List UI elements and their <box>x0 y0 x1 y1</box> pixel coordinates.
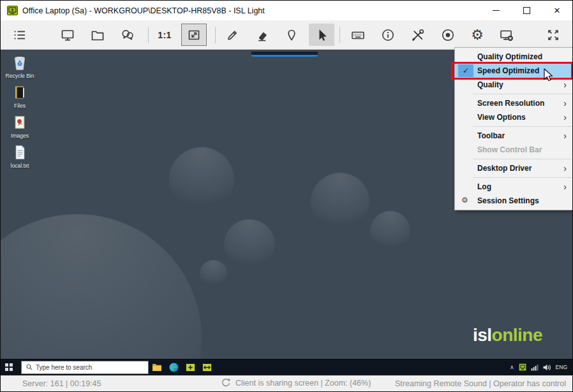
file-explorer-icon <box>152 363 162 372</box>
menu-separator <box>473 177 571 178</box>
logo-online-text: online <box>492 325 542 345</box>
recycle-bin-icon <box>11 54 29 71</box>
network-icon[interactable] <box>531 364 539 371</box>
images-folder-icon <box>11 113 29 131</box>
desktop-icon-recycle-bin[interactable]: Recycle Bin <box>1 54 38 79</box>
desktop-icon-label: Files <box>14 103 26 109</box>
start-button[interactable] <box>1 359 17 375</box>
menu-item-toolbar[interactable]: Toolbar › <box>455 129 572 143</box>
menu-item-screen-resolution[interactable]: Screen Resolution › <box>455 96 572 110</box>
minimize-button[interactable] <box>480 1 511 20</box>
menu-item-view-options[interactable]: View Options › <box>455 110 572 124</box>
menu-item-session-settings[interactable]: ⚙ Session Settings <box>455 194 572 208</box>
tools-icon <box>410 27 426 43</box>
taskbar-search[interactable] <box>21 361 149 374</box>
isl-arrows-icon <box>202 363 212 372</box>
wallpaper-sphere <box>200 260 227 287</box>
desktop-icon-local-txt[interactable]: local.txt <box>1 143 38 169</box>
system-tray: ∧ ENG <box>510 363 572 371</box>
taskbar-isl-session[interactable] <box>198 359 215 375</box>
speaker-icon[interactable] <box>543 364 551 371</box>
record-button[interactable] <box>435 24 461 46</box>
one-to-one-label: 1:1 <box>158 30 172 40</box>
isl-plus-icon <box>186 363 195 372</box>
one-to-one-button[interactable]: 1:1 <box>152 24 177 46</box>
desktop-icon-files[interactable]: Files <box>1 83 38 109</box>
desktop-icon-images[interactable]: Images <box>1 113 38 139</box>
remote-taskbar: ∧ ENG <box>1 359 572 375</box>
fullscreen-icon <box>546 27 561 43</box>
settings-gear-button[interactable]: ⚙ <box>465 24 490 46</box>
toolbar-separator <box>215 27 216 43</box>
monitor-close-icon <box>499 27 514 43</box>
info-icon <box>380 27 396 43</box>
tray-chevron-icon[interactable]: ∧ <box>510 364 514 370</box>
search-input[interactable] <box>36 364 148 371</box>
toolbar-separator <box>148 27 149 43</box>
taskbar-isl-light[interactable] <box>182 359 198 375</box>
session-list-button[interactable] <box>7 24 33 46</box>
submenu-arrow-icon: › <box>563 99 567 108</box>
menu-item-label: Quality Optimized <box>477 52 542 61</box>
menu-item-speed-optimized[interactable]: ✓ Speed Optimized <box>455 64 572 78</box>
menu-item-label: Screen Resolution <box>477 99 544 108</box>
sync-icon <box>221 378 231 388</box>
keyboard-icon <box>350 27 366 43</box>
desktop-icon-label: local.txt <box>11 163 29 169</box>
menu-item-label: Desktop Driver <box>477 164 532 173</box>
minimize-icon <box>493 10 500 11</box>
keyboard-button[interactable] <box>345 24 371 46</box>
wallpaper-sphere <box>169 147 234 212</box>
settings-dropdown-menu: Quality Optimized ✓ Speed Optimized Qual… <box>454 47 573 210</box>
pencil-icon <box>225 27 240 43</box>
mouse-cursor <box>544 68 554 83</box>
status-sound-control: Streaming Remote Sound | Operator has co… <box>395 379 566 388</box>
isl-light-window: Office Laptop (Sa) - WORKGROUP\DESKTOP-H… <box>0 0 573 392</box>
logo-isl-text: isl <box>473 325 492 345</box>
tray-isl-icon[interactable] <box>519 363 526 371</box>
eraser-button[interactable] <box>249 24 275 46</box>
desktop-icon-label: Images <box>11 133 29 139</box>
laser-pointer-button[interactable] <box>279 24 304 46</box>
tray-language[interactable]: ENG <box>556 364 567 370</box>
toolbar: 1:1 <box>1 20 572 50</box>
maximize-icon <box>523 7 530 14</box>
file-transfer-button[interactable] <box>85 24 110 46</box>
menu-item-quality-optimized[interactable]: Quality Optimized <box>455 50 572 64</box>
submenu-arrow-icon: › <box>563 113 567 122</box>
close-button[interactable]: ✕ <box>542 1 572 20</box>
pointer-pin-icon <box>284 27 299 43</box>
close-icon: ✕ <box>554 6 561 15</box>
menu-item-label: View Options <box>477 113 526 122</box>
files-folder-icon <box>11 83 29 101</box>
toolbar-separator <box>339 27 340 43</box>
status-server-info: Server: 161 | 00:19:45 <box>22 379 101 388</box>
collapsed-control-bar-tab[interactable] <box>251 52 318 57</box>
monitor-button[interactable] <box>55 24 80 46</box>
maximize-button[interactable] <box>511 1 542 20</box>
taskbar-edge-browser[interactable] <box>165 359 182 375</box>
menu-item-label: Toolbar <box>477 131 505 140</box>
status-sharing-text: Client is sharing screen | Zoom: (46%) <box>235 379 371 388</box>
taskbar-file-explorer[interactable] <box>149 359 165 375</box>
fit-to-screen-button[interactable] <box>181 24 207 46</box>
draw-pencil-button[interactable] <box>220 24 245 46</box>
check-icon: ✓ <box>463 66 469 75</box>
menu-item-desktop-driver[interactable]: Desktop Driver › <box>455 161 572 175</box>
record-icon <box>440 27 456 43</box>
info-button[interactable] <box>375 24 401 46</box>
session-list-icon <box>12 27 27 43</box>
cursor-arrow-icon <box>314 27 329 43</box>
menu-item-show-control-bar: Show Control Bar <box>455 143 572 157</box>
menu-item-log[interactable]: Log › <box>455 180 572 194</box>
status-sharing-info: Client is sharing screen | Zoom: (46%) <box>221 378 371 388</box>
select-arrow-button[interactable] <box>309 24 334 46</box>
menu-separator <box>473 159 571 159</box>
tools-button[interactable] <box>405 24 431 46</box>
menu-item-quality[interactable]: Quality › <box>455 78 572 92</box>
chat-button[interactable] <box>115 24 140 46</box>
fullscreen-button[interactable] <box>540 24 566 46</box>
end-session-button[interactable] <box>494 24 519 46</box>
windows-logo-icon <box>5 363 13 371</box>
chat-icon <box>120 27 135 43</box>
